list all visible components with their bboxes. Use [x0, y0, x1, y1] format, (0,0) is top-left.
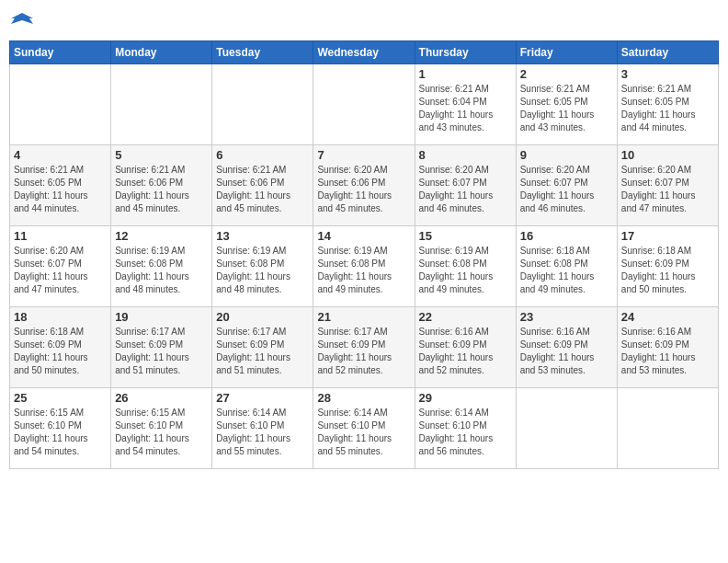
day-info: Sunrise: 6:18 AMSunset: 6:09 PMDaylight:… — [621, 245, 714, 296]
day-info: Sunrise: 6:18 AMSunset: 6:08 PMDaylight:… — [520, 245, 613, 296]
calendar-cell: 16Sunrise: 6:18 AMSunset: 6:08 PMDayligh… — [516, 226, 617, 307]
calendar-cell: 22Sunrise: 6:16 AMSunset: 6:09 PMDayligh… — [415, 307, 516, 388]
day-info: Sunrise: 6:21 AMSunset: 6:06 PMDaylight:… — [115, 164, 208, 215]
day-info: Sunrise: 6:20 AMSunset: 6:06 PMDaylight:… — [317, 164, 410, 215]
calendar-cell — [212, 64, 313, 145]
day-info: Sunrise: 6:21 AMSunset: 6:04 PMDaylight:… — [419, 83, 512, 134]
calendar-cell: 20Sunrise: 6:17 AMSunset: 6:09 PMDayligh… — [212, 307, 313, 388]
day-number: 28 — [317, 391, 410, 405]
day-info: Sunrise: 6:20 AMSunset: 6:07 PMDaylight:… — [14, 245, 107, 296]
day-number: 19 — [115, 310, 208, 324]
day-info: Sunrise: 6:15 AMSunset: 6:10 PMDaylight:… — [115, 407, 208, 458]
day-number: 22 — [419, 310, 512, 324]
day-number: 11 — [14, 229, 107, 243]
day-info: Sunrise: 6:14 AMSunset: 6:10 PMDaylight:… — [419, 407, 512, 458]
day-info: Sunrise: 6:21 AMSunset: 6:05 PMDaylight:… — [621, 83, 714, 134]
logo — [9, 9, 39, 35]
day-info: Sunrise: 6:19 AMSunset: 6:08 PMDaylight:… — [419, 245, 512, 296]
calendar-cell: 26Sunrise: 6:15 AMSunset: 6:10 PMDayligh… — [111, 388, 212, 469]
calendar-cell — [111, 64, 212, 145]
calendar-cell: 19Sunrise: 6:17 AMSunset: 6:09 PMDayligh… — [111, 307, 212, 388]
day-number: 24 — [621, 310, 714, 324]
day-info: Sunrise: 6:14 AMSunset: 6:10 PMDaylight:… — [216, 407, 309, 458]
calendar-week-row: 18Sunrise: 6:18 AMSunset: 6:09 PMDayligh… — [10, 307, 719, 388]
day-number: 21 — [317, 310, 410, 324]
day-number: 6 — [216, 148, 309, 162]
weekday-header: Sunday — [10, 41, 111, 64]
day-number: 25 — [14, 391, 107, 405]
day-info: Sunrise: 6:21 AMSunset: 6:05 PMDaylight:… — [520, 83, 613, 134]
day-info: Sunrise: 6:19 AMSunset: 6:08 PMDaylight:… — [115, 245, 208, 296]
day-number: 18 — [14, 310, 107, 324]
calendar-cell: 13Sunrise: 6:19 AMSunset: 6:08 PMDayligh… — [212, 226, 313, 307]
weekday-header: Wednesday — [313, 41, 415, 64]
weekday-header: Friday — [516, 41, 617, 64]
logo-icon — [9, 9, 35, 35]
calendar-cell: 28Sunrise: 6:14 AMSunset: 6:10 PMDayligh… — [313, 388, 415, 469]
day-info: Sunrise: 6:19 AMSunset: 6:08 PMDaylight:… — [317, 245, 410, 296]
day-number: 27 — [216, 391, 309, 405]
calendar-cell: 21Sunrise: 6:17 AMSunset: 6:09 PMDayligh… — [313, 307, 415, 388]
calendar-cell: 14Sunrise: 6:19 AMSunset: 6:08 PMDayligh… — [313, 226, 415, 307]
day-info: Sunrise: 6:20 AMSunset: 6:07 PMDaylight:… — [621, 164, 714, 215]
day-number: 12 — [115, 229, 208, 243]
day-number: 4 — [14, 148, 107, 162]
day-info: Sunrise: 6:17 AMSunset: 6:09 PMDaylight:… — [216, 326, 309, 377]
day-number: 26 — [115, 391, 208, 405]
calendar-cell: 18Sunrise: 6:18 AMSunset: 6:09 PMDayligh… — [10, 307, 111, 388]
calendar-cell: 7Sunrise: 6:20 AMSunset: 6:06 PMDaylight… — [313, 145, 415, 226]
day-info: Sunrise: 6:15 AMSunset: 6:10 PMDaylight:… — [14, 407, 107, 458]
calendar-cell: 1Sunrise: 6:21 AMSunset: 6:04 PMDaylight… — [415, 64, 516, 145]
calendar-cell: 8Sunrise: 6:20 AMSunset: 6:07 PMDaylight… — [415, 145, 516, 226]
calendar-cell: 24Sunrise: 6:16 AMSunset: 6:09 PMDayligh… — [617, 307, 718, 388]
day-number: 7 — [317, 148, 410, 162]
day-info: Sunrise: 6:20 AMSunset: 6:07 PMDaylight:… — [419, 164, 512, 215]
day-number: 8 — [419, 148, 512, 162]
day-number: 13 — [216, 229, 309, 243]
weekday-header: Monday — [111, 41, 212, 64]
weekday-header: Saturday — [617, 41, 718, 64]
weekday-header: Tuesday — [212, 41, 313, 64]
day-info: Sunrise: 6:21 AMSunset: 6:06 PMDaylight:… — [216, 164, 309, 215]
day-number: 2 — [520, 67, 613, 81]
page-header — [9, 9, 719, 35]
calendar-cell: 29Sunrise: 6:14 AMSunset: 6:10 PMDayligh… — [415, 388, 516, 469]
day-number: 3 — [621, 67, 714, 81]
day-info: Sunrise: 6:18 AMSunset: 6:09 PMDaylight:… — [14, 326, 107, 377]
calendar-cell: 3Sunrise: 6:21 AMSunset: 6:05 PMDaylight… — [617, 64, 718, 145]
day-number: 17 — [621, 229, 714, 243]
day-info: Sunrise: 6:16 AMSunset: 6:09 PMDaylight:… — [520, 326, 613, 377]
calendar-week-row: 11Sunrise: 6:20 AMSunset: 6:07 PMDayligh… — [10, 226, 719, 307]
calendar-table: SundayMondayTuesdayWednesdayThursdayFrid… — [9, 40, 719, 469]
calendar-week-row: 25Sunrise: 6:15 AMSunset: 6:10 PMDayligh… — [10, 388, 719, 469]
day-number: 14 — [317, 229, 410, 243]
calendar-cell — [516, 388, 617, 469]
day-info: Sunrise: 6:16 AMSunset: 6:09 PMDaylight:… — [621, 326, 714, 377]
calendar-cell: 27Sunrise: 6:14 AMSunset: 6:10 PMDayligh… — [212, 388, 313, 469]
svg-marker-1 — [11, 13, 33, 24]
calendar-week-row: 4Sunrise: 6:21 AMSunset: 6:05 PMDaylight… — [10, 145, 719, 226]
calendar-cell — [617, 388, 718, 469]
calendar-cell: 9Sunrise: 6:20 AMSunset: 6:07 PMDaylight… — [516, 145, 617, 226]
day-info: Sunrise: 6:21 AMSunset: 6:05 PMDaylight:… — [14, 164, 107, 215]
calendar-cell — [10, 64, 111, 145]
calendar-cell: 17Sunrise: 6:18 AMSunset: 6:09 PMDayligh… — [617, 226, 718, 307]
weekday-header: Thursday — [415, 41, 516, 64]
calendar-cell: 25Sunrise: 6:15 AMSunset: 6:10 PMDayligh… — [10, 388, 111, 469]
day-info: Sunrise: 6:14 AMSunset: 6:10 PMDaylight:… — [317, 407, 410, 458]
calendar-cell — [313, 64, 415, 145]
weekday-header-row: SundayMondayTuesdayWednesdayThursdayFrid… — [10, 41, 719, 64]
calendar-cell: 5Sunrise: 6:21 AMSunset: 6:06 PMDaylight… — [111, 145, 212, 226]
calendar-cell: 10Sunrise: 6:20 AMSunset: 6:07 PMDayligh… — [617, 145, 718, 226]
calendar-week-row: 1Sunrise: 6:21 AMSunset: 6:04 PMDaylight… — [10, 64, 719, 145]
day-info: Sunrise: 6:17 AMSunset: 6:09 PMDaylight:… — [317, 326, 410, 377]
calendar-cell: 11Sunrise: 6:20 AMSunset: 6:07 PMDayligh… — [10, 226, 111, 307]
day-number: 16 — [520, 229, 613, 243]
day-number: 29 — [419, 391, 512, 405]
day-number: 9 — [520, 148, 613, 162]
day-info: Sunrise: 6:19 AMSunset: 6:08 PMDaylight:… — [216, 245, 309, 296]
day-number: 1 — [419, 67, 512, 81]
calendar-cell: 6Sunrise: 6:21 AMSunset: 6:06 PMDaylight… — [212, 145, 313, 226]
calendar-cell: 12Sunrise: 6:19 AMSunset: 6:08 PMDayligh… — [111, 226, 212, 307]
calendar-cell: 4Sunrise: 6:21 AMSunset: 6:05 PMDaylight… — [10, 145, 111, 226]
